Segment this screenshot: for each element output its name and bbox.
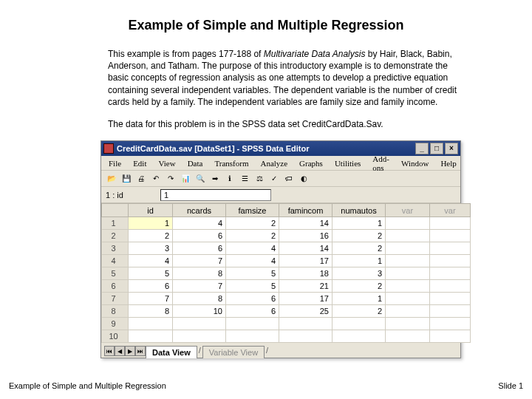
table-row[interactable]: 3364142 [102,242,471,255]
menu-file[interactable]: File [103,157,127,169]
cell-value-input[interactable]: 1 [160,189,271,201]
cell[interactable] [129,318,173,330]
titlebar[interactable]: CreditCardData.sav [DataSet1] - SPSS Dat… [101,141,460,156]
col-ncards[interactable]: ncards [173,204,226,217]
scroll-next-icon[interactable]: ▶ [125,346,135,356]
row-header[interactable]: 6 [102,280,129,293]
scroll-prev-icon[interactable]: ◀ [115,346,125,356]
undo-icon[interactable]: ↶ [149,172,163,185]
minimize-button[interactable]: _ [415,143,429,154]
cell[interactable] [332,318,386,330]
menu-edit[interactable]: Edit [127,157,152,169]
cell[interactable] [173,330,226,343]
cell[interactable]: 8 [173,293,226,305]
goto-icon[interactable]: ➡ [208,172,222,185]
cell[interactable]: 2 [226,230,279,242]
empty-cell[interactable] [386,230,430,242]
cell[interactable]: 6 [173,230,226,242]
cell[interactable]: 14 [279,242,332,255]
menu-utilities[interactable]: Utilities [329,157,366,169]
table-row[interactable]: 9 [102,318,471,330]
chart-icon[interactable]: 📊 [178,172,193,185]
empty-cell[interactable] [430,280,471,293]
cell[interactable]: 8 [173,267,226,280]
table-row[interactable]: 7786171 [102,293,471,305]
menu-window[interactable]: Window [395,157,434,169]
cell[interactable]: 4 [226,255,279,267]
scroll-first-icon[interactable]: ⏮ [104,346,115,356]
tab-variable-view[interactable]: Variable View [202,346,265,358]
empty-cell[interactable] [386,267,430,280]
table-row[interactable]: 88106252 [102,305,471,318]
empty-cell[interactable] [430,267,471,280]
row-header[interactable]: 8 [102,305,129,318]
empty-cell[interactable] [386,293,430,305]
cell[interactable]: 21 [279,280,332,293]
menu-data[interactable]: Data [182,157,209,169]
empty-cell[interactable] [430,318,471,330]
col-famsize[interactable]: famsize [226,204,279,217]
menu-graphs[interactable]: Graphs [293,157,329,169]
find-icon[interactable]: 🔍 [193,172,208,185]
cell[interactable]: 7 [129,293,173,305]
menu-view[interactable]: View [152,157,181,169]
empty-cell[interactable] [430,255,471,267]
empty-cell[interactable] [386,330,430,343]
col-numautos[interactable]: numautos [332,204,386,217]
weight-icon[interactable]: ⚖ [252,172,267,185]
cell[interactable]: 8 [129,305,173,318]
value-labels-icon[interactable]: 🏷 [282,172,296,185]
cell[interactable] [332,330,386,343]
table-row[interactable]: 4474171 [102,255,471,267]
col-id[interactable]: id [129,204,173,217]
cell[interactable]: 1 [129,217,173,230]
cell[interactable]: 10 [173,305,226,318]
cell[interactable]: 4 [129,255,173,267]
empty-cell[interactable] [430,230,471,242]
cell[interactable]: 7 [173,255,226,267]
cell[interactable] [279,318,332,330]
close-button[interactable]: × [445,143,458,154]
menu-analyze[interactable]: Analyze [254,157,293,169]
cell[interactable] [173,318,226,330]
cell[interactable]: 18 [279,267,332,280]
empty-cell[interactable] [386,217,430,230]
cell[interactable]: 25 [279,305,332,318]
cell[interactable]: 17 [279,255,332,267]
cell[interactable]: 1 [332,217,386,230]
cell[interactable]: 4 [226,242,279,255]
table-row[interactable]: 6675212 [102,280,471,293]
save-icon[interactable]: 💾 [119,172,134,185]
open-icon[interactable]: 📂 [104,172,119,185]
cell[interactable]: 5 [129,267,173,280]
empty-cell[interactable] [430,305,471,318]
empty-cell[interactable] [386,305,430,318]
cell[interactable]: 3 [332,267,386,280]
row-header[interactable]: 9 [102,318,129,330]
cell[interactable]: 6 [226,305,279,318]
cell[interactable]: 1 [332,255,386,267]
cell[interactable]: 3 [129,242,173,255]
cell[interactable]: 5 [226,267,279,280]
tab-data-view[interactable]: Data View [146,346,197,358]
cell[interactable]: 6 [129,280,173,293]
table-row[interactable]: 1142141 [102,217,471,230]
row-header[interactable]: 3 [102,242,129,255]
cell[interactable]: 5 [226,280,279,293]
data-grid[interactable]: id ncards famsize famincom numautos var … [101,203,460,343]
select-icon[interactable]: ✓ [267,172,282,185]
empty-cell[interactable] [430,293,471,305]
empty-cell[interactable] [430,217,471,230]
table-row[interactable]: 5585183 [102,267,471,280]
row-header[interactable]: 1 [102,217,129,230]
redo-icon[interactable]: ↷ [163,172,178,185]
scroll-last-icon[interactable]: ⏭ [135,346,146,356]
cell[interactable]: 2 [332,230,386,242]
cell[interactable]: 17 [279,293,332,305]
use-sets-icon[interactable]: ◐ [296,172,311,185]
menu-transform[interactable]: Transform [208,157,254,169]
cell[interactable]: 2 [332,242,386,255]
table-row[interactable]: 2262162 [102,230,471,242]
cell[interactable]: 7 [173,280,226,293]
cell[interactable] [226,330,279,343]
